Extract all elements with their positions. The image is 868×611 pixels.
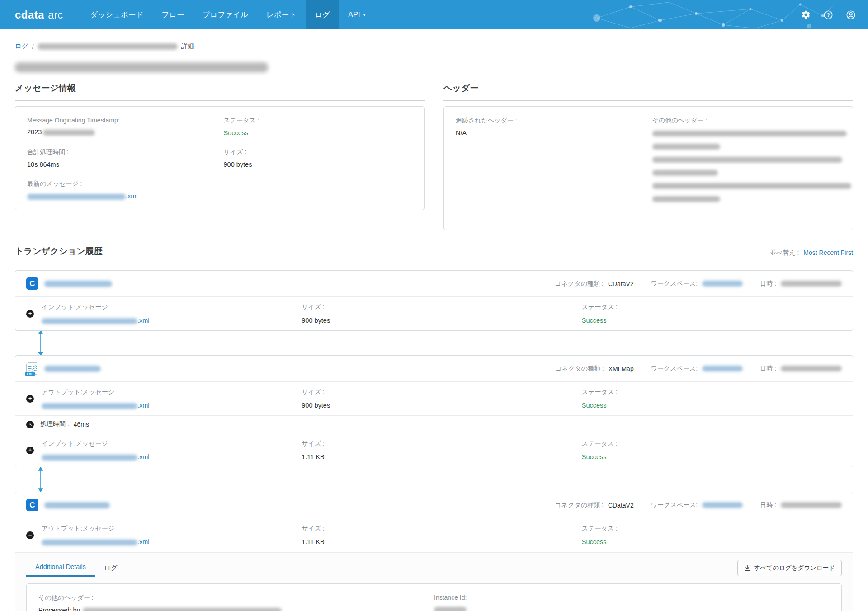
field-size: サイズ : 900 bytes: [224, 148, 412, 168]
cdata-connector-icon: C: [26, 499, 38, 511]
nav-item-reports[interactable]: レポート: [257, 0, 306, 29]
field-other-headers: その他のヘッダー : Processed: by: [38, 594, 434, 611]
message-file-link[interactable]: .xml: [137, 453, 150, 461]
message-info-card: Message Originating Timestamp: 2023 ステータ…: [15, 106, 425, 210]
redacted-file-name: [42, 403, 137, 409]
message-cell: アウトプット:メッセージ .xml: [42, 525, 302, 545]
page-content: ログ / 詳細 メッセージ情報 Message Originating Time…: [0, 29, 868, 611]
redacted-file-name: [42, 318, 137, 324]
tab-log[interactable]: ログ: [95, 559, 127, 577]
transaction-row: + インプット:メッセージ .xml サイズ : 1.11 KB ステータス :…: [15, 433, 853, 467]
message-file-link[interactable]: .xml: [137, 402, 150, 409]
main-nav: ダッシュボード フロー プロファイル レポート ログ API ▾: [81, 0, 375, 29]
navbar-actions: ?: [800, 0, 856, 29]
account-icon[interactable]: [845, 9, 856, 20]
redacted-header-line: [652, 170, 718, 176]
connector-type-value: CDataV2: [608, 280, 634, 287]
breadcrumb-separator: /: [32, 43, 34, 50]
nav-item-dashboard[interactable]: ダッシュボード: [81, 0, 153, 29]
expand-plus-icon[interactable]: +: [26, 446, 34, 454]
cdata-connector-icon: C: [26, 277, 38, 290]
expand-plus-icon[interactable]: +: [26, 310, 34, 318]
headers-card: 追跡されたヘッダー : N/A その他のヘッダー :: [443, 106, 853, 230]
headers-title: ヘッダー: [443, 82, 853, 101]
sort-most-recent-link[interactable]: Most Recent First: [803, 249, 853, 256]
redacted-header-line: [652, 144, 720, 150]
help-icon[interactable]: ?: [823, 9, 834, 20]
transaction-history-section: トランザクション履歴 並べ替え : Most Recent First C コネ…: [15, 245, 853, 611]
field-instance-id: Instance Id:: [434, 594, 830, 611]
breadcrumb: ログ / 詳細: [15, 42, 853, 51]
transaction-row: + アウトプット:メッセージ .xml サイズ : 900 bytes ステータ…: [15, 382, 853, 416]
nav-item-flows[interactable]: フロー: [152, 0, 193, 29]
page-title: [15, 61, 853, 74]
status-cell: ステータス : Success: [582, 388, 842, 409]
redacted-file-name: [27, 194, 126, 200]
field-total-time: 合計処理時間 : 10s 864ms: [27, 148, 224, 168]
redacted-workspace[interactable]: [702, 366, 743, 371]
expand-plus-icon[interactable]: +: [26, 395, 34, 403]
redacted-connector-name[interactable]: [44, 502, 110, 508]
status-cell: ステータス : Success: [582, 525, 842, 545]
collapse-minus-icon[interactable]: −: [26, 531, 34, 539]
download-icon: [744, 565, 750, 571]
logo-arc: arc: [48, 9, 63, 21]
redacted-connector-name[interactable]: [44, 281, 112, 287]
clock-icon: [26, 421, 34, 428]
redacted-header-line: [652, 183, 851, 189]
connector-type-value: XMLMap: [609, 365, 634, 372]
flow-connector-arrow: [38, 467, 853, 492]
redacted-datetime: [781, 502, 842, 508]
settings-gear-icon[interactable]: [800, 9, 811, 20]
field-status: ステータス : Success: [224, 117, 412, 136]
sort-control: 並べ替え : Most Recent First: [770, 249, 853, 257]
headers-section: ヘッダー 追跡されたヘッダー : N/A その他のヘッダー :: [443, 82, 853, 230]
redacted-datetime: [781, 366, 842, 371]
message-info-title: メッセージ情報: [15, 82, 425, 101]
size-cell: サイズ : 1.11 KB: [302, 440, 582, 461]
xmlmap-connector-icon: XML: [26, 362, 38, 375]
cdata-arc-logo[interactable]: cdata arc: [0, 0, 81, 29]
breadcrumb-current: 詳細: [181, 42, 194, 51]
transaction-row: + インプット:メッセージ .xml サイズ : 900 bytes ステータス…: [15, 297, 853, 330]
transaction-card-2: XML コネクタの種類 : XMLMap ワークスペース: 日時 : +: [15, 355, 853, 467]
redacted-file-name: [42, 540, 137, 545]
breadcrumb-logs-link[interactable]: ログ: [15, 42, 28, 51]
message-cell: アウトプット:メッセージ .xml: [42, 388, 302, 409]
redacted-file-name: [42, 455, 137, 461]
redacted-workspace[interactable]: [702, 502, 743, 508]
flow-connector-arrow: [38, 331, 853, 355]
tab-additional-details[interactable]: Additional Details: [26, 559, 95, 577]
logo-cdata: cdata: [15, 9, 44, 21]
size-cell: サイズ : 900 bytes: [302, 303, 582, 324]
transaction-row: − アウトプット:メッセージ .xml サイズ : 1.11 KB ステータス …: [15, 518, 853, 552]
nav-item-profiles[interactable]: プロファイル: [193, 0, 257, 29]
transaction-card-3: C コネクタの種類 : CDataV2 ワークスペース: 日時 : −: [15, 492, 853, 611]
status-cell: ステータス : Success: [582, 303, 842, 324]
message-cell: インプット:メッセージ .xml: [42, 303, 302, 324]
status-value: Success: [224, 129, 412, 136]
message-file-link[interactable]: .xml: [137, 538, 150, 545]
transaction-card-1: C コネクタの種類 : CDataV2 ワークスペース: 日時 : +: [15, 270, 853, 331]
redacted-header-line: [652, 131, 847, 136]
message-info-section: メッセージ情報 Message Originating Timestamp: 2…: [15, 82, 425, 230]
redacted-header-line: [652, 157, 842, 163]
download-all-logs-button[interactable]: すべてのログをダウンロード: [737, 560, 842, 576]
nav-item-logs[interactable]: ログ: [306, 0, 339, 29]
top-navbar: cdata arc ダッシュボード フロー プロファイル レポート ログ API…: [0, 0, 868, 29]
redacted-message-id: [38, 43, 178, 50]
redacted-connector-name[interactable]: [44, 366, 101, 372]
redacted-workspace[interactable]: [702, 281, 743, 287]
field-other-headers: その他のヘッダー :: [652, 117, 841, 208]
field-originating-timestamp: Message Originating Timestamp: 2023: [27, 117, 224, 136]
additional-details-card: その他のヘッダー : Processed: by Instance Id:: [26, 583, 842, 611]
summary-columns: メッセージ情報 Message Originating Timestamp: 2…: [15, 82, 853, 230]
nav-item-api[interactable]: API ▾: [339, 0, 375, 29]
latest-message-link[interactable]: .xml: [126, 193, 138, 200]
svg-text:?: ?: [827, 12, 830, 18]
field-latest-message: 最新のメッセージ : .xml: [27, 180, 224, 200]
message-file-link[interactable]: .xml: [137, 317, 150, 324]
size-cell: サイズ : 1.11 KB: [302, 525, 582, 545]
redacted-instance-id: [434, 607, 467, 611]
expanded-details-area: Additional Details ログ すべてのログをダウンロード その他の…: [15, 552, 853, 611]
